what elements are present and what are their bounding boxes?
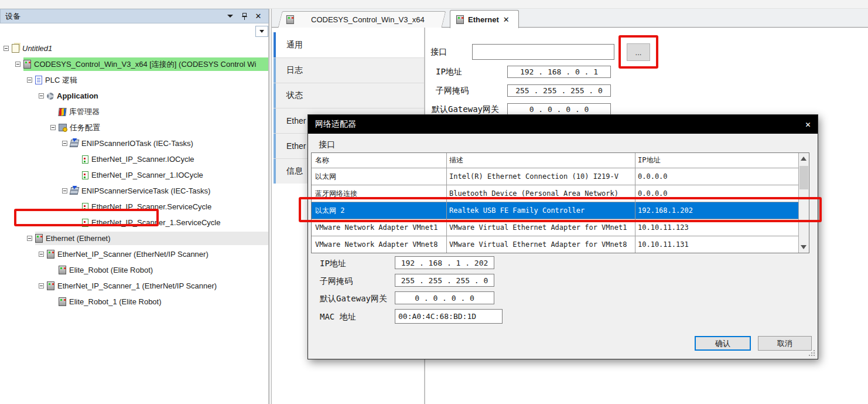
pin-icon	[242, 13, 247, 20]
side-tab-general[interactable]: 通用	[274, 32, 425, 57]
dialog-title: 网络适配器	[315, 119, 805, 130]
table-row[interactable]: 以太网 Intel(R) Ethernet Connection (10) I2…	[312, 168, 798, 185]
pou-call-icon	[82, 155, 88, 164]
device-icon	[35, 234, 43, 243]
device-icon	[59, 297, 66, 306]
plc-logic-icon	[35, 76, 42, 84]
library-icon	[58, 108, 66, 116]
expander-icon[interactable]	[15, 62, 20, 67]
default-gateway-field[interactable]: 0 . 0 . 0 . 0	[507, 103, 611, 116]
tree-item-scanner-servicecycle[interactable]: EtherNet_IP_Scanner.ServiceCycle	[0, 199, 268, 215]
close-icon: ✕	[255, 12, 262, 20]
window-chrome-strip	[0, 0, 868, 9]
table-row[interactable]: VMware Network Adapter VMnet8 VMware Vir…	[312, 236, 798, 253]
tree-item-library-manager[interactable]: 库管理器	[0, 104, 268, 120]
gear-icon	[47, 93, 54, 100]
dialog-section-label: 接口	[319, 140, 335, 150]
panel-pin-button[interactable]	[239, 12, 250, 21]
column-header-name[interactable]: 名称	[312, 153, 447, 168]
expander-icon[interactable]	[27, 77, 32, 83]
default-gateway-label: 默认Gateway网关	[432, 104, 499, 115]
expander-icon[interactable]	[62, 141, 67, 146]
scroll-up-icon[interactable]	[801, 157, 807, 161]
dialog-titlebar[interactable]: 网络适配器 ✕	[308, 115, 818, 134]
task-config-icon	[59, 124, 67, 131]
pou-call-icon	[82, 171, 88, 179]
dialog-mac-address-label: MAC 地址	[320, 310, 356, 323]
cancel-button[interactable]: 取消	[758, 336, 812, 351]
dialog-close-icon[interactable]: ✕	[805, 119, 811, 130]
confirm-button[interactable]: 确认	[695, 336, 751, 351]
expander-icon[interactable]	[4, 46, 9, 51]
tree-item-task-configuration[interactable]: 任务配置	[0, 120, 268, 135]
expander-icon[interactable]	[50, 125, 56, 130]
interface-input[interactable]	[472, 44, 614, 60]
tree-item-application[interactable]: Application	[0, 88, 268, 104]
tree-item-scanner-iocycle[interactable]: EtherNet_IP_Scanner.IOCycle	[0, 151, 268, 167]
dialog-subnet-mask-field[interactable]: 255 . 255 . 255 . 0	[395, 274, 494, 287]
tree-item-ethernet[interactable]: Ethernet (Ethernet)	[0, 230, 268, 246]
task-icon	[70, 140, 80, 147]
tree-item-scanner1-iocycle[interactable]: EtherNet_IP_Scanner_1.IOCycle	[0, 167, 268, 183]
tab-close-icon[interactable]: ✕	[503, 15, 510, 24]
expander-icon[interactable]	[39, 252, 44, 257]
ip-address-field[interactable]: 192 . 168 . 0 . 1	[507, 66, 611, 78]
resize-grip[interactable]	[809, 350, 815, 356]
column-header-ip[interactable]: IP地址	[635, 153, 798, 168]
tree-item-project[interactable]: Untitled1	[0, 40, 268, 56]
codesys-window: 设备 ✕ Untitled1 CODESYS_Control_Win_V3_x6…	[0, 0, 868, 404]
panel-close-button[interactable]: ✕	[253, 12, 264, 21]
panel-menu-button[interactable]	[225, 12, 235, 21]
device-icon	[47, 250, 54, 259]
tree-item-ethernet-ip-scanner[interactable]: EtherNet_IP_Scanner (EtherNet/IP Scanner…	[0, 246, 268, 262]
table-row[interactable]: 蓝牙网络连接 Bluetooth Device (Personal Area N…	[312, 185, 798, 202]
chevron-down-icon	[259, 30, 264, 33]
device-icon	[47, 281, 54, 290]
panel-dropdown-button[interactable]	[255, 26, 268, 37]
side-tab-status[interactable]: 状态	[274, 83, 425, 108]
scroll-down-icon[interactable]	[801, 245, 807, 249]
expander-icon[interactable]	[27, 236, 32, 241]
ip-address-label: IP地址	[436, 67, 462, 77]
task-icon	[70, 187, 80, 195]
tree-item-plc-logic[interactable]: PLC 逻辑	[0, 72, 268, 88]
devices-panel: 设备 ✕ Untitled1 CODESYS_Control_Win_V3_x6…	[0, 9, 269, 404]
devices-panel-title: 设备	[5, 11, 221, 22]
tree-item-scanner1-servicecycle[interactable]: EtherNet_IP_Scanner_1.ServiceCycle	[0, 215, 268, 230]
dialog-default-gateway-label: 默认Gateway网关	[320, 292, 387, 305]
dialog-ip-address-label: IP地址	[320, 257, 346, 270]
dialog-default-gateway-field[interactable]: 0 . 0 . 0 . 0	[395, 291, 494, 304]
tree-item-elite-robot-1[interactable]: Elite_Robot_1 (Elite Robot)	[0, 294, 268, 310]
tree-item-enip-service-task[interactable]: ENIPScannerServiceTask (IEC-Tasks)	[0, 183, 268, 199]
document-tabbar: CODESYS_Control_Win_V3_x64 Ethernet ✕	[272, 9, 868, 28]
tree-item-elite-robot[interactable]: Elite_Robot (Elite Robot)	[0, 262, 268, 278]
adapter-table: 名称 描述 IP地址 以太网 Intel(R) Ethernet Connect…	[311, 152, 809, 253]
tab-ethernet[interactable]: Ethernet ✕	[450, 10, 519, 28]
table-scrollbar[interactable]	[798, 153, 809, 253]
tab-codesys-control[interactable]: CODESYS_Control_Win_V3_x64	[278, 11, 446, 28]
device-icon	[456, 15, 464, 24]
device-icon	[23, 60, 31, 69]
table-row[interactable]: VMware Network Adapter VMnet1 VMware Vir…	[312, 219, 798, 236]
expander-icon[interactable]	[39, 283, 44, 288]
pou-call-icon	[82, 203, 88, 211]
chevron-down-icon	[227, 15, 233, 18]
tree-item-plc-device[interactable]: CODESYS_Control_Win_V3_x64 [连接的] (CODESY…	[0, 56, 268, 72]
project-icon	[12, 44, 19, 53]
pou-call-icon	[82, 219, 88, 227]
scrollbar-thumb[interactable]	[799, 166, 808, 189]
dialog-ip-address-field[interactable]: 192 . 168 . 1 . 202	[395, 256, 494, 269]
tree-item-enip-io-task[interactable]: ENIPScannerIOTask (IEC-Tasks)	[0, 135, 268, 151]
dialog-subnet-mask-label: 子网掩码	[320, 274, 353, 287]
device-icon	[59, 266, 66, 274]
tree-item-ethernet-ip-scanner-1[interactable]: EtherNet_IP_Scanner_1 (EtherNet/IP Scann…	[0, 278, 268, 294]
subnet-mask-field[interactable]: 255 . 255 . 255 . 0	[507, 84, 611, 97]
interface-label: 接口	[430, 47, 447, 57]
dialog-mac-address-field[interactable]: 00:A0:4C:68:BD:1D	[395, 309, 503, 324]
browse-button[interactable]: ...	[627, 43, 650, 61]
table-row-selected[interactable]: 以太网 2 Realtek USB FE Family Controller 1…	[312, 202, 798, 219]
expander-icon[interactable]	[62, 188, 67, 193]
side-tab-log[interactable]: 日志	[274, 57, 425, 83]
column-header-description[interactable]: 描述	[447, 153, 635, 168]
expander-icon[interactable]	[39, 93, 44, 99]
